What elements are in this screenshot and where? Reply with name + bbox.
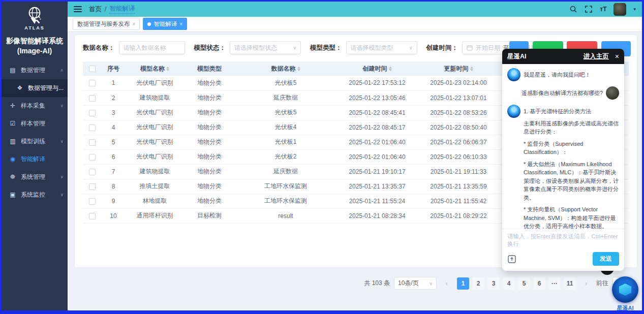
tag-tabs-bar: 数据管理与服务发布 × 智能解译 ×: [68, 17, 642, 32]
bot-message-long: 1. 基于光谱特征的分类方法 主要利用遥感影像的多光谱或高光谱信息进行分类： *…: [507, 105, 619, 229]
font-size-icon[interactable]: ᴛT: [600, 6, 606, 13]
send-button[interactable]: 发送: [593, 252, 619, 266]
row-checkbox[interactable]: [89, 198, 96, 205]
select-all-checkbox[interactable]: [89, 66, 96, 72]
chevron-up-icon: ∧: [60, 68, 64, 73]
col-model-type: 模型类型: [184, 61, 235, 76]
app-logo: ATLAS: [2, 2, 68, 32]
page-button[interactable]: 5: [518, 277, 530, 290]
data-name-input[interactable]: 请输入数据名称: [119, 41, 185, 54]
page-button[interactable]: 3: [487, 277, 500, 290]
chevron-down-icon: ∨: [60, 139, 64, 144]
sort-icons[interactable]: [166, 67, 169, 71]
row-checkbox[interactable]: [89, 213, 96, 219]
bot-message: 我是星遥，请向我提问吧！: [507, 68, 619, 81]
chevron-down-icon: ∨: [409, 45, 413, 50]
avatar-caret-icon[interactable]: ▾: [633, 7, 636, 12]
col-seq: 序号: [101, 61, 126, 76]
gear-icon: ☸: [9, 173, 17, 180]
top-header: 首页 / 智能解译 ᴛT ▾: [68, 2, 642, 17]
row-checkbox[interactable]: [89, 139, 96, 146]
sidebar-item-system-management[interactable]: ☸ 系统管理 ∨: [2, 168, 68, 186]
fullscreen-icon[interactable]: [585, 5, 593, 13]
cluster-icon: ❖: [16, 84, 24, 91]
pagination: 共 103 条 10条/页 ∨ ‹ 123456···11 › 前往: [364, 277, 633, 290]
chevron-down-icon: ∨: [60, 174, 64, 179]
sidebar-item-intelligent-interpretation[interactable]: ◉ 智能解译: [2, 150, 68, 168]
row-checkbox[interactable]: [89, 169, 96, 175]
col-data-name: 数据名称: [235, 61, 336, 76]
user-avatar[interactable]: [614, 3, 626, 16]
close-icon[interactable]: ×: [133, 21, 136, 27]
page-size-select[interactable]: 10条/页 ∨: [394, 277, 437, 290]
chevron-down-icon: ∨: [429, 281, 433, 286]
header-actions: ᴛT ▾: [569, 3, 636, 16]
breadcrumb-current[interactable]: 智能解译: [109, 5, 135, 14]
page-button[interactable]: 4: [503, 277, 515, 290]
model-type-select[interactable]: 请选择模型类型 ∨: [346, 41, 417, 54]
chat-footer: 发送: [502, 248, 624, 271]
col-updated: 更新时间: [418, 61, 499, 76]
sidebar-item-data-management[interactable]: ▤ 数据管理 ∧: [2, 61, 68, 79]
sidebar-item-system-monitor[interactable]: ▣ 系统监控 ∨: [2, 186, 68, 204]
page-button[interactable]: ···: [548, 277, 561, 290]
close-icon[interactable]: ×: [615, 52, 619, 60]
row-checkbox[interactable]: [89, 183, 96, 190]
sidebar-item-model-training[interactable]: ▥ 模型训练 ∨: [2, 133, 68, 150]
target-icon: ◉: [9, 155, 17, 163]
chat-input[interactable]: 请输入，按Enter直接发送消息，Ctrl+Enter换行: [502, 229, 624, 248]
search-icon[interactable]: [569, 5, 577, 13]
date-start-input[interactable]: 开始日期: [476, 44, 500, 52]
sort-icons[interactable]: [297, 67, 300, 71]
breadcrumb: 首页 / 智能解译: [89, 5, 135, 14]
prev-page-button[interactable]: ‹: [441, 277, 453, 290]
next-page-button[interactable]: ›: [580, 277, 592, 290]
atlas-globe-icon: [25, 6, 44, 25]
sidebar-item-sample-collect[interactable]: ✛ 样本采集 ∨: [2, 97, 68, 115]
page-button[interactable]: 1: [457, 277, 469, 290]
row-checkbox[interactable]: [89, 95, 96, 102]
upload-file-icon[interactable]: [507, 255, 516, 264]
tab-data-management-publish[interactable]: 数据管理与服务发布 ×: [73, 18, 140, 30]
sidebar-menu: ▤ 数据管理 ∧ ❖ 数据管理与... ✛ 样本采集 ∨ ☑ 样本管理 ▥ 模型…: [2, 61, 68, 310]
created-time-label: 创建时间：: [426, 44, 458, 52]
model-status-select[interactable]: 请选择模型状态 ∨: [230, 41, 301, 54]
row-checkbox[interactable]: [89, 110, 96, 116]
breadcrumb-home[interactable]: 首页: [89, 5, 102, 14]
user-message: 遥感影像自动解译方法都有哪些?: [507, 86, 619, 100]
sort-icons[interactable]: [470, 67, 473, 71]
sidebar-item-data-management-publish[interactable]: ❖ 数据管理与...: [2, 79, 68, 97]
model-status-label: 模型状态：: [194, 44, 226, 52]
chat-title: 星遥AI: [507, 52, 527, 61]
page-buttons: 123456···11: [457, 277, 576, 290]
collapse-menu-icon[interactable]: [74, 6, 82, 12]
chevron-down-icon: ∨: [60, 103, 64, 108]
database-icon: ▤: [9, 67, 17, 74]
data-name-label: 数据名称：: [83, 44, 115, 52]
col-model-name: 模型名称: [126, 61, 184, 76]
row-checkbox[interactable]: [89, 124, 96, 131]
row-checkbox[interactable]: [89, 154, 96, 161]
ai-chat-panel: 星遥AI 进入主页 × 我是星遥，请向我提问吧！ 遥感影像自动解译方法都有哪些?…: [502, 49, 624, 271]
close-icon[interactable]: ×: [179, 21, 182, 27]
bot-avatar: [507, 68, 520, 81]
sidebar: ATLAS 影像智能解译系统 (Image-AI) ▤ 数据管理 ∧ ❖ 数据管…: [2, 2, 68, 310]
page-button[interactable]: 2: [472, 277, 484, 290]
ai-assistant-launcher[interactable]: 星遥AI: [610, 276, 640, 312]
sort-icons[interactable]: [389, 67, 392, 71]
page-button[interactable]: 6: [533, 277, 545, 290]
system-title: 影像智能解译系统 (Image-AI): [2, 32, 68, 61]
page-button[interactable]: 11: [564, 277, 576, 290]
sidebar-item-sample-management[interactable]: ☑ 样本管理: [2, 115, 68, 133]
logo-text: ATLAS: [24, 25, 44, 30]
goto-label: 前往: [596, 279, 608, 288]
bar-chart-icon: ▥: [9, 138, 17, 145]
move-cross-icon: ✛: [9, 102, 17, 109]
user-avatar-small: [606, 86, 619, 100]
row-checkbox[interactable]: [89, 80, 96, 86]
enter-home-link[interactable]: 进入主页: [584, 52, 609, 61]
total-count: 共 103 条: [364, 279, 390, 288]
calendar-icon: [467, 45, 473, 51]
chat-messages: 我是星遥，请向我提问吧！ 遥感影像自动解译方法都有哪些? 1. 基于光谱特征的分…: [502, 64, 624, 229]
tab-intelligent-interpretation[interactable]: 智能解译 ×: [143, 18, 187, 30]
